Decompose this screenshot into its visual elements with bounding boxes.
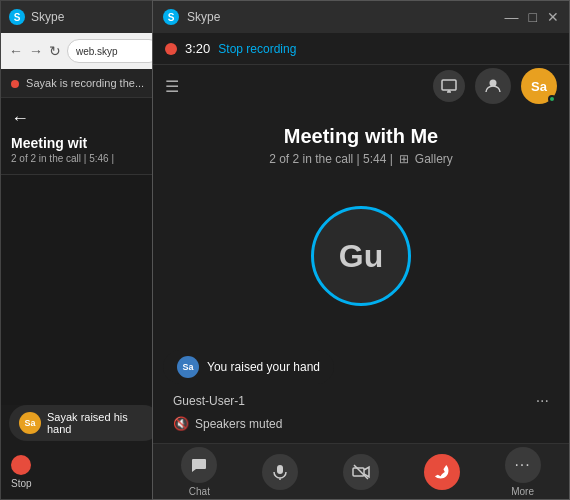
participants-button[interactable] (475, 68, 511, 104)
bottom-notifications: Sa You raised your hand Guest-User-1 ···… (153, 342, 569, 443)
end-call-button[interactable] (417, 454, 467, 490)
stop-recording-button[interactable]: Stop recording (218, 42, 296, 56)
call-title: Meeting with Me (284, 125, 438, 148)
recording-indicator (165, 43, 177, 55)
hand-raised-text: You raised your hand (207, 360, 320, 374)
mic-icon (262, 454, 298, 490)
hand-raised-notification: Sa You raised your hand (163, 350, 334, 384)
chat-button[interactable]: Chat (174, 447, 224, 497)
more-button[interactable]: ··· More (498, 447, 548, 497)
gallery-icon: ⊞ (399, 152, 409, 166)
end-call-icon (424, 454, 460, 490)
bg-meeting-content (1, 175, 169, 405)
main-title-bar: S Skype — □ ✕ (153, 1, 569, 33)
call-toolbar: ☰ Sa (153, 65, 569, 107)
more-icon: ··· (505, 447, 541, 483)
main-app-name: Skype (187, 10, 497, 24)
recording-timer: 3:20 (185, 41, 210, 56)
bg-notif-avatar: Sa (19, 412, 41, 434)
bg-app-name: Skype (31, 10, 64, 24)
bg-nav-forward[interactable]: → (29, 43, 43, 59)
screen-share-button[interactable] (433, 70, 465, 102)
guest-more-button[interactable]: ··· (536, 392, 549, 410)
bg-title-bar: S Skype (1, 1, 169, 33)
online-status-dot (548, 95, 556, 103)
call-main: Meeting with Me 2 of 2 in the call | 5:4… (153, 107, 569, 443)
svg-line-4 (354, 465, 368, 479)
bg-refresh[interactable]: ↻ (49, 43, 61, 59)
call-subtitle: 2 of 2 in the call | 5:44 | ⊞ Gallery (269, 152, 453, 166)
bg-back-arrow[interactable]: ← (11, 108, 159, 129)
mic-button[interactable] (255, 454, 305, 490)
menu-button[interactable]: ☰ (165, 77, 179, 96)
bg-skype-icon: S (9, 9, 25, 25)
maximize-button[interactable]: □ (529, 9, 537, 25)
bg-meeting-title: Meeting wit (11, 135, 159, 151)
bg-meeting-header: ← Meeting wit 2 of 2 in the call | 5:46 … (1, 98, 169, 175)
video-button[interactable] (336, 454, 386, 490)
bg-notification-pill: Sa Sayak raised his hand (9, 405, 161, 441)
guest-name: Guest-User-1 (173, 394, 245, 408)
bg-meeting-subtitle: 2 of 2 in the call | 5:46 | (11, 153, 159, 164)
bg-recording-notice: Sayak is recording the... (1, 69, 169, 98)
bg-stop-label: Stop (11, 478, 32, 489)
speakers-muted-text: Speakers muted (195, 417, 282, 431)
call-actions-bar: Chat (153, 443, 569, 499)
bg-url-bar: web.skyp (67, 39, 161, 63)
toolbar-right: Sa (433, 68, 557, 104)
recording-bar: 3:20 Stop recording (153, 33, 569, 65)
speakers-muted-icon: 🔇 (173, 416, 189, 431)
main-window: S Skype — □ ✕ 3:20 Stop recording ☰ (152, 0, 570, 500)
screen-share-icon (441, 78, 457, 94)
main-skype-icon: S (163, 9, 179, 25)
participants-icon (484, 77, 502, 95)
background-window: S Skype ← → ↻ web.skyp Sayak is recordin… (0, 0, 170, 500)
bg-notification-area: Sa Sayak raised his hand (1, 397, 169, 449)
close-button[interactable]: ✕ (547, 9, 559, 25)
user-avatar-button[interactable]: Sa (521, 68, 557, 104)
guest-avatar: Gu (311, 206, 411, 306)
bg-nav-back[interactable]: ← (9, 43, 23, 59)
bg-rec-dot (11, 80, 19, 88)
svg-rect-2 (277, 465, 283, 474)
chat-icon (181, 447, 217, 483)
bg-notif-text: Sayak raised his hand (47, 411, 151, 435)
svg-rect-0 (442, 80, 456, 90)
bg-stop-dot (11, 455, 31, 475)
window-controls: — □ ✕ (505, 9, 559, 25)
hand-notif-avatar: Sa (177, 356, 199, 378)
speakers-muted-row: 🔇 Speakers muted (163, 416, 559, 435)
minimize-button[interactable]: — (505, 9, 519, 25)
video-off-icon (343, 454, 379, 490)
guest-info-row: Guest-User-1 ··· (163, 392, 559, 412)
bg-stop-button[interactable]: Stop (11, 455, 32, 489)
bg-browser-bar: ← → ↻ web.skyp (1, 33, 169, 69)
more-label: More (511, 486, 534, 497)
chat-label: Chat (189, 486, 210, 497)
